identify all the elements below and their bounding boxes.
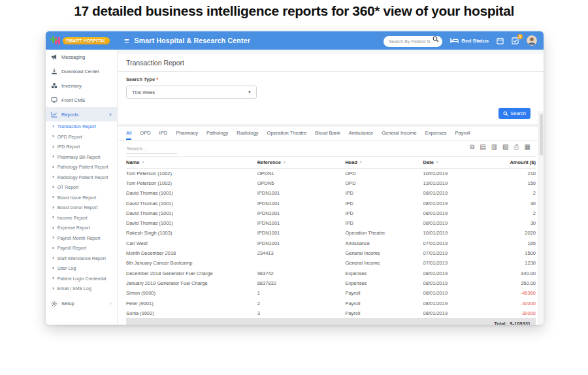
sidebar-item-setup[interactable]: Setup ‹ bbox=[46, 297, 117, 311]
cell-name: Rakesh Singh (1003) bbox=[126, 228, 257, 238]
tab-operation-theatre[interactable]: Operation Theatre bbox=[267, 127, 307, 140]
tab-ambulance[interactable]: Ambulance bbox=[349, 127, 374, 140]
sidebar-report-item-pharmacy-bill-report[interactable]: ›Pharmacy Bill Report bbox=[46, 152, 117, 163]
sidebar-item-messaging[interactable]: Messaging bbox=[46, 50, 117, 64]
app-logo[interactable]: SMART HOSPITAL bbox=[46, 36, 118, 46]
cell-amount: 2020 bbox=[493, 228, 536, 238]
sidebar-report-item-user-log[interactable]: ›User Log bbox=[46, 263, 117, 274]
tab-radiology[interactable]: Radiology bbox=[237, 127, 258, 140]
tab-all[interactable]: All bbox=[126, 127, 131, 140]
cell-date: 08/01/2019 bbox=[423, 298, 493, 308]
column-header-head[interactable]: Head▼ bbox=[345, 157, 423, 169]
tab-blood-bank[interactable]: Blood Bank bbox=[315, 127, 340, 140]
search-type-select[interactable]: This Week ▼ bbox=[126, 86, 257, 99]
cell-reference: 8837832 bbox=[257, 278, 346, 288]
sidebar-report-item-transaction-report[interactable]: ›Transaction Report bbox=[46, 122, 117, 132]
sidebar-item-label: Reports bbox=[61, 112, 78, 118]
content-scrollbar[interactable] bbox=[538, 111, 544, 325]
cell-reference bbox=[257, 258, 346, 268]
hamburger-menu-icon[interactable]: ≡ bbox=[124, 37, 129, 45]
table-row[interactable]: David Thomas (1001)IPDN1001IPD08/01/2019… bbox=[126, 218, 536, 228]
pdf-icon[interactable]: ▧ bbox=[502, 144, 508, 150]
cell-head: Operation Theatre bbox=[345, 228, 423, 238]
cell-reference: IPDN1001 bbox=[257, 198, 346, 208]
sidebar-report-item-opd-report[interactable]: ›OPD Report bbox=[46, 132, 117, 142]
sidebar-report-item-expense-report[interactable]: ›Expense Report bbox=[46, 223, 117, 233]
column-header-date[interactable]: Date▼ bbox=[423, 157, 493, 169]
tasks-button[interactable]: 1 bbox=[512, 37, 519, 44]
sidebar-report-item-payroll-report[interactable]: ›Payroll Report bbox=[46, 243, 117, 253]
csv-icon[interactable]: ▥ bbox=[491, 144, 497, 150]
sidebar-report-item-income-report[interactable]: ›Income Report bbox=[46, 213, 117, 223]
sidebar-report-item-ot-report[interactable]: ›OT Report bbox=[46, 182, 117, 193]
tab-opd[interactable]: OPD bbox=[140, 127, 150, 140]
columns-icon[interactable]: ▦ bbox=[525, 144, 531, 150]
tab-ipd[interactable]: IPD bbox=[159, 127, 168, 140]
cell-reference: IPDN1001 bbox=[257, 188, 346, 198]
column-header-reference[interactable]: Reference▼ bbox=[257, 157, 346, 169]
table-row[interactable]: Simon (9000)1Payroll08/01/2019-45360 bbox=[126, 288, 536, 298]
tab-expenses[interactable]: Expenses bbox=[425, 127, 447, 140]
table-row[interactable]: January 2019 Generator Fuel Charge883783… bbox=[126, 278, 536, 288]
table-body: Tom Peterson (1002)OPDN1OPD10/01/2019210… bbox=[126, 169, 536, 318]
search-button[interactable]: Search bbox=[498, 108, 531, 119]
tab-pathology[interactable]: Pathology bbox=[206, 127, 228, 140]
sidebar-item-reports[interactable]: Reports ▾ bbox=[46, 107, 117, 122]
sidebar-report-item-blood-donor-report[interactable]: ›Blood Donor Report bbox=[46, 203, 117, 213]
table-row[interactable]: David Thomas (1001)IPDN1001IPD08/01/2019… bbox=[126, 208, 536, 218]
chevron-right-icon: › bbox=[52, 235, 54, 240]
table-row[interactable]: Month December 2018234413General Income0… bbox=[126, 248, 536, 258]
tab-general-income[interactable]: General Income bbox=[382, 127, 416, 140]
report-item-label: Pathology Patient Report bbox=[57, 165, 108, 169]
cell-name: December 2018 Generator Fuel Charge bbox=[126, 268, 257, 278]
logo-text: SMART HOSPITAL bbox=[63, 37, 110, 44]
cell-head: Expenses bbox=[345, 278, 423, 288]
column-header-name[interactable]: Name▼ bbox=[126, 157, 257, 169]
sidebar-report-item-patient-login-credential[interactable]: ›Patient Login Credential bbox=[46, 274, 117, 284]
sidebar-report-item-pathology-patient-report[interactable]: ›Pathology Patient Report bbox=[46, 162, 117, 172]
search-form: Search Type * This Week ▼ Search bbox=[118, 72, 544, 124]
chevron-right-icon: › bbox=[52, 225, 54, 231]
column-header-amount-[interactable]: Amount ($) bbox=[493, 157, 536, 169]
sidebar-report-item-payroll-month-report[interactable]: ›Payroll Month Report bbox=[46, 233, 117, 244]
table-row[interactable]: David Thomas (1001)IPDN1001IPD08/01/2019… bbox=[126, 188, 536, 198]
table-row[interactable]: Tom Peterson (1002)OPDN1OPD10/01/2019210 bbox=[126, 169, 536, 178]
sidebar-report-item-ipd-report[interactable]: ›IPD Report bbox=[46, 142, 117, 152]
sidebar-item-download-center[interactable]: Download Center bbox=[46, 64, 117, 78]
sidebar-report-item-radiology-patient-report[interactable]: ›Radiology Patient Report bbox=[46, 172, 117, 183]
required-asterisk: * bbox=[156, 76, 158, 82]
report-item-label: Pharmacy Bill Report bbox=[57, 155, 101, 159]
sidebar-report-item-staff-attendance-report[interactable]: ›Staff Attendance Report bbox=[46, 253, 117, 264]
table-row[interactable]: 6th January Cancer BootcampGeneral Incom… bbox=[126, 258, 536, 268]
sidebar-item-inventory[interactable]: Inventory bbox=[46, 78, 117, 93]
bed-status-button[interactable]: Bed Status bbox=[450, 37, 489, 44]
table-row[interactable]: Sonia (9002)3Payroll08/01/2019-30000 bbox=[126, 308, 536, 318]
table-row[interactable]: David Thomas (1001)IPDN1001IPD08/01/2019… bbox=[126, 198, 536, 208]
search-type-value: This Week bbox=[132, 90, 155, 95]
table-row[interactable]: Carl WestIPDN1001Ambulance07/01/2019165 bbox=[126, 238, 536, 248]
sidebar-item-front-cms[interactable]: Front CMS bbox=[46, 93, 117, 107]
cell-name: Simon (9000) bbox=[126, 288, 257, 298]
sort-icon: ▼ bbox=[283, 160, 286, 164]
sidebar-report-item-email-sms-log[interactable]: ›Email / SMS Log bbox=[46, 284, 117, 294]
tab-payroll[interactable]: Payroll bbox=[455, 127, 470, 140]
scrollbar-thumb[interactable] bbox=[540, 114, 543, 155]
search-icon bbox=[503, 111, 508, 116]
app-window: SMART HOSPITAL ≡ Smart Hospital & Resear… bbox=[46, 31, 544, 325]
user-avatar[interactable] bbox=[527, 35, 537, 46]
cell-amount: 30 bbox=[493, 218, 536, 228]
calendar-icon bbox=[497, 37, 504, 44]
calendar-button[interactable] bbox=[497, 37, 504, 44]
table-search-input[interactable] bbox=[126, 144, 177, 154]
table-row[interactable]: December 2018 Generator Fuel Charge98374… bbox=[126, 268, 536, 278]
search-icon[interactable] bbox=[433, 36, 439, 42]
sidebar-item-label: Inventory bbox=[61, 83, 82, 89]
table-row[interactable]: Peter (9001)2Payroll08/01/2019-40000 bbox=[126, 298, 536, 308]
copy-icon[interactable]: ⧉ bbox=[470, 144, 474, 150]
tab-pharmacy[interactable]: Pharmacy bbox=[176, 127, 198, 140]
table-row[interactable]: Rakesh Singh (1003)IPDN1001Operation The… bbox=[126, 228, 536, 238]
table-row[interactable]: Tom Peterson (1002)OPDN5OPD13/01/2019150 bbox=[126, 178, 536, 188]
print-icon[interactable]: ⎙ bbox=[514, 144, 519, 150]
sidebar-report-item-blood-issue-report[interactable]: ›Blood Issue Report bbox=[46, 193, 117, 203]
excel-icon[interactable]: ▤ bbox=[480, 144, 485, 150]
